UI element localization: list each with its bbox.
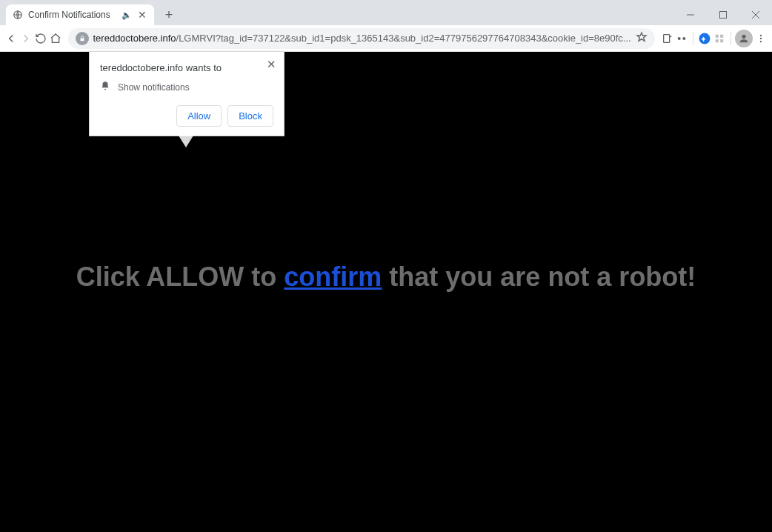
- extension-icon-3[interactable]: [698, 28, 711, 49]
- extension-icon-2[interactable]: [675, 28, 688, 49]
- svg-rect-2: [720, 12, 727, 19]
- allow-button[interactable]: Allow: [176, 105, 222, 127]
- extension-icon-4[interactable]: [713, 28, 726, 49]
- popup-close-icon[interactable]: ✕: [267, 58, 276, 71]
- maximize-button[interactable]: [707, 4, 739, 25]
- heading-post: that you are not a robot!: [382, 262, 696, 292]
- svg-rect-10: [715, 34, 718, 37]
- popup-buttons: Allow Block: [100, 105, 273, 127]
- globe-icon: [12, 9, 24, 21]
- svg-rect-12: [715, 39, 718, 42]
- heading-pre: Click ALLOW to: [76, 262, 284, 292]
- window-titlebar: Confirm Notifications 🔈 ✕ +: [0, 0, 772, 25]
- tab-title: Confirm Notifications: [28, 10, 117, 20]
- reload-button[interactable]: [34, 28, 47, 49]
- extension-icon-1[interactable]: [661, 28, 674, 49]
- avatar-icon: [735, 30, 753, 47]
- block-button[interactable]: Block: [227, 105, 273, 127]
- svg-point-15: [760, 34, 762, 36]
- svg-rect-6: [663, 34, 669, 42]
- svg-point-17: [760, 40, 762, 41]
- forward-button[interactable]: [19, 28, 33, 49]
- svg-line-4: [752, 11, 759, 19]
- new-tab-button[interactable]: +: [159, 4, 179, 25]
- confirm-link[interactable]: confirm: [284, 262, 382, 292]
- menu-button[interactable]: [754, 28, 768, 49]
- toolbar-separator: [693, 32, 693, 45]
- notification-permission-popup: ✕ tereddoctobere.info wants to Show noti…: [89, 52, 284, 136]
- svg-rect-13: [720, 39, 723, 42]
- permission-label: Show notifications: [118, 82, 190, 93]
- bookmark-star-icon[interactable]: [636, 31, 648, 46]
- back-button[interactable]: [4, 28, 18, 49]
- svg-point-8: [683, 37, 686, 40]
- tab-strip: Confirm Notifications 🔈 ✕ +: [0, 0, 674, 25]
- minimize-button[interactable]: [674, 4, 707, 25]
- url-path: /LGMRVI?tag_id=737122&sub_id1=pdsk_13651…: [176, 33, 631, 44]
- browser-tab[interactable]: Confirm Notifications 🔈 ✕: [6, 4, 154, 25]
- svg-rect-5: [80, 38, 84, 41]
- profile-avatar[interactable]: [735, 28, 753, 49]
- lock-icon[interactable]: [76, 32, 89, 45]
- home-button[interactable]: [49, 28, 62, 49]
- tab-close-icon[interactable]: ✕: [136, 9, 148, 21]
- url-domain: tereddoctobere.info: [93, 33, 176, 44]
- popup-permission-row: Show notifications: [100, 81, 273, 93]
- svg-point-16: [760, 37, 762, 39]
- svg-rect-11: [720, 34, 723, 37]
- browser-toolbar: tereddoctobere.info/LGMRVI?tag_id=737122…: [0, 25, 772, 52]
- url-text: tereddoctobere.info/LGMRVI?tag_id=737122…: [93, 33, 631, 44]
- close-button[interactable]: [739, 4, 772, 25]
- window-controls: [674, 4, 772, 25]
- svg-point-7: [678, 37, 681, 40]
- popup-tail: [179, 136, 193, 147]
- address-bar[interactable]: tereddoctobere.info/LGMRVI?tag_id=737122…: [68, 28, 655, 49]
- popup-title: tereddoctobere.info wants to: [100, 62, 273, 73]
- svg-line-3: [752, 11, 759, 19]
- svg-point-14: [742, 34, 746, 38]
- robot-heading: Click ALLOW to confirm that you are not …: [76, 262, 696, 293]
- toolbar-separator: [731, 32, 731, 45]
- bell-icon: [100, 81, 110, 93]
- speaker-icon: 🔈: [122, 10, 132, 20]
